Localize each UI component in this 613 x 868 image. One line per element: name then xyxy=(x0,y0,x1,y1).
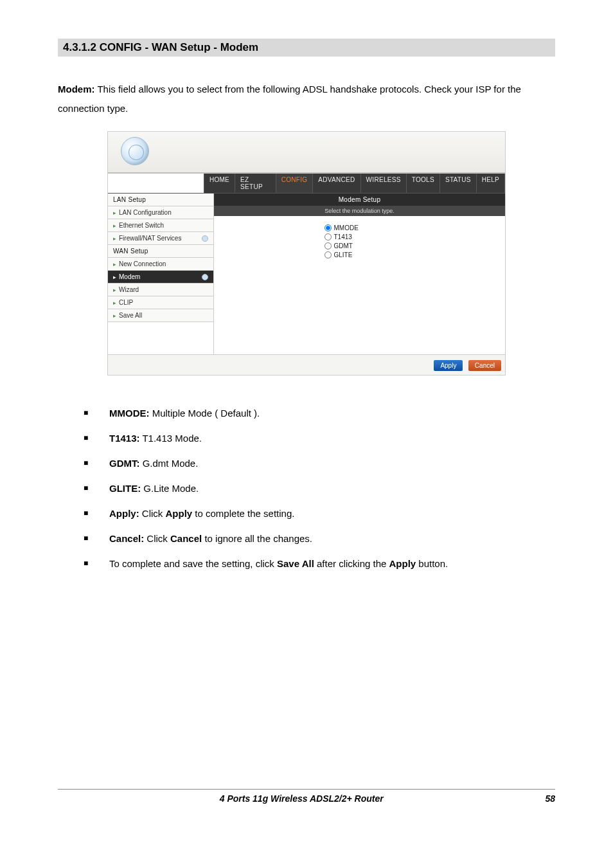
tab-advanced[interactable]: ADVANCED xyxy=(313,174,360,193)
screenshot-container: HOME EZ SETUP CONFIG ADVANCED WIRELESS T… xyxy=(58,131,555,375)
sidebar-clip[interactable]: CLIP xyxy=(108,296,213,309)
section-heading: 4.3.1.2 CONFIG - WAN Setup - Modem xyxy=(58,39,555,57)
sidebar-new-connection[interactable]: New Connection xyxy=(108,258,213,271)
bullet-cancel-label: Cancel: xyxy=(109,533,144,544)
intro-text: This field allows you to select from the… xyxy=(58,84,521,114)
sidebar-firewall-nat[interactable]: Firewall/NAT Services xyxy=(108,232,213,245)
radio-t1413[interactable]: T1413 xyxy=(324,233,395,240)
router-main-panel: Modem Setup Select the modulation type. … xyxy=(214,194,505,354)
sidebar-wan-setup: WAN Setup xyxy=(108,245,213,258)
panel-title: Modem Setup xyxy=(214,194,505,206)
radio-mmode-input[interactable] xyxy=(324,224,332,231)
sidebar-lan-config[interactable]: LAN Configuration xyxy=(108,206,213,219)
bullet-saveall: To complete and save the setting, click … xyxy=(84,557,555,570)
bullet-t1413-text: T1.413 Mode. xyxy=(140,433,202,444)
page-footer: 4 Ports 11g Wireless ADSL2/2+ Router 58 xyxy=(58,789,555,804)
bullet-gdmt: GDMT: G.dmt Mode. xyxy=(84,457,555,470)
sidebar-wizard[interactable]: Wizard xyxy=(108,284,213,296)
modulation-radio-group: MMODE T1413 GDMT GLITE xyxy=(214,216,505,260)
radio-gdmt-label: GDMT xyxy=(334,242,353,249)
bullet-glite: GLITE: G.Lite Mode. xyxy=(84,482,555,495)
bullet-apply-label: Apply: xyxy=(109,508,139,519)
sidebar-save-all[interactable]: Save All xyxy=(108,309,213,322)
router-top-tabs: HOME EZ SETUP CONFIG ADVANCED WIRELESS T… xyxy=(108,173,505,194)
bullet-apply-post: to complete the setting. xyxy=(192,508,294,519)
bullet-apply-pre: Click xyxy=(139,508,166,519)
bullet-saveall-bold2: Apply xyxy=(389,558,416,569)
intro-paragraph: Modem: This field allows you to select f… xyxy=(58,80,555,118)
sidebar-modem[interactable]: Modem xyxy=(108,271,213,284)
bullet-glite-label: GLITE: xyxy=(109,483,141,494)
bullet-gdmt-label: GDMT: xyxy=(109,458,140,469)
sidebar-lan-setup: LAN Setup xyxy=(108,194,213,206)
router-logo-bar xyxy=(108,132,505,173)
tab-wireless[interactable]: WIRELESS xyxy=(361,174,407,193)
bullet-apply-bold: Apply xyxy=(166,508,193,519)
radio-t1413-label: T1413 xyxy=(334,233,352,240)
radio-gdmt[interactable]: GDMT xyxy=(324,242,395,249)
radio-glite-label: GLITE xyxy=(334,251,353,258)
tab-tools[interactable]: TOOLS xyxy=(407,174,440,193)
bullet-t1413-label: T1413: xyxy=(109,433,140,444)
bullet-t1413: T1413: T1.413 Mode. xyxy=(84,431,555,445)
radio-glite[interactable]: GLITE xyxy=(324,251,395,258)
footer-title: 4 Ports 11g Wireless ADSL2/2+ Router xyxy=(220,793,384,804)
explanation-list: MMODE: Multiple Mode ( Default ). T1413:… xyxy=(58,406,555,570)
bullet-apply: Apply: Click Apply to complete the setti… xyxy=(84,507,555,520)
panel-subtitle: Select the modulation type. xyxy=(214,206,505,216)
sidebar-firewall-nat-label: Firewall/NAT Services xyxy=(119,235,181,242)
radio-mmode-label: MMODE xyxy=(334,224,359,231)
sidebar-modem-label: Modem xyxy=(119,273,140,280)
bullet-mmode-text: Multiple Mode ( Default ). xyxy=(150,408,260,419)
gear-icon xyxy=(202,235,208,242)
bullet-saveall-bold1: Save All xyxy=(277,558,314,569)
router-logo-icon xyxy=(121,137,149,165)
bullet-cancel-pre: Click xyxy=(144,533,170,544)
bullet-gdmt-text: G.dmt Mode. xyxy=(140,458,199,469)
bullet-saveall-mid: after clicking the xyxy=(314,558,389,569)
tab-spacer xyxy=(108,174,204,193)
radio-glite-input[interactable] xyxy=(324,251,332,258)
bullet-mmode-label: MMODE: xyxy=(109,408,150,419)
sidebar-ethernet-switch[interactable]: Ethernet Switch xyxy=(108,219,213,232)
tab-config[interactable]: CONFIG xyxy=(276,174,314,193)
cancel-button[interactable]: Cancel xyxy=(468,360,501,371)
router-footer-bar: Apply Cancel xyxy=(108,354,505,375)
radio-gdmt-input[interactable] xyxy=(324,242,332,249)
router-sidebar: LAN Setup LAN Configuration Ethernet Swi… xyxy=(108,194,214,354)
tab-home[interactable]: HOME xyxy=(204,174,235,193)
bullet-cancel-bold: Cancel xyxy=(170,533,202,544)
bullet-saveall-pre: To complete and save the setting, click xyxy=(109,558,277,569)
bullet-saveall-post: button. xyxy=(416,558,448,569)
tab-help[interactable]: HELP xyxy=(477,174,505,193)
bullet-mmode: MMODE: Multiple Mode ( Default ). xyxy=(84,406,555,420)
router-ui-screenshot: HOME EZ SETUP CONFIG ADVANCED WIRELESS T… xyxy=(107,131,506,375)
apply-button[interactable]: Apply xyxy=(434,360,463,371)
radio-mmode[interactable]: MMODE xyxy=(324,224,395,231)
bullet-cancel-post: to ignore all the changes. xyxy=(202,533,312,544)
tab-ezsetup[interactable]: EZ SETUP xyxy=(235,174,276,193)
gear-icon xyxy=(202,274,208,280)
tab-status[interactable]: STATUS xyxy=(440,174,477,193)
footer-page-number: 58 xyxy=(545,793,555,804)
bullet-glite-text: G.Lite Mode. xyxy=(141,483,199,494)
intro-label: Modem: xyxy=(58,84,95,95)
radio-t1413-input[interactable] xyxy=(324,233,332,240)
bullet-cancel: Cancel: Click Cancel to ignore all the c… xyxy=(84,532,555,545)
